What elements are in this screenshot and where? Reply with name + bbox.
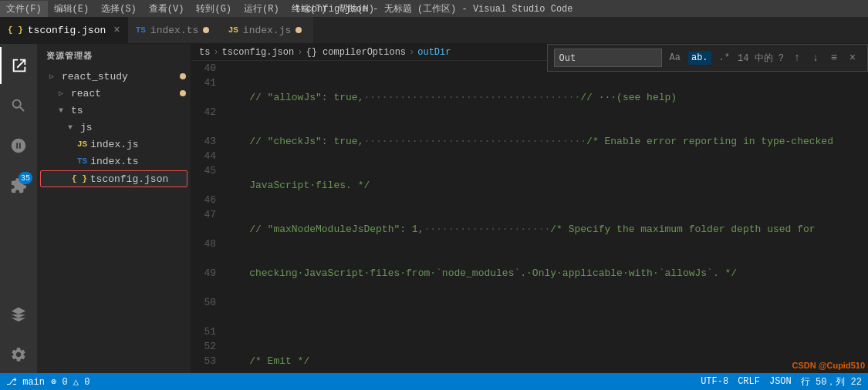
line-numbers: 40 41 42 43 44 45 46 47 48 49 50 51 — [191, 61, 222, 373]
status-git[interactable]: ⎇ main — [6, 376, 45, 388]
status-bar: ⎇ main ⊗ 0 △ 0 UTF-8 CRLF JSON 行 50，列 22 — [0, 373, 868, 390]
menu-bar[interactable]: 文件(F) 编辑(E) 选择(S) 查看(V) 转到(G) 运行(R) 终端(T… — [0, 1, 380, 17]
sidebar-item-react[interactable]: ▷ react — [37, 85, 191, 102]
tab-indexjs[interactable]: JS index.js — [221, 16, 313, 43]
menu-run[interactable]: 运行(R) — [238, 1, 285, 17]
menu-goto[interactable]: 转到(G) — [190, 1, 238, 17]
tab-indexjs-modified — [296, 27, 302, 33]
search-next-button[interactable]: ↓ — [807, 49, 824, 66]
sidebar-item-indexts[interactable]: TS index.ts — [37, 153, 191, 170]
main-content: 35 资源管理器 ▷ react_study ▷ react ▼ ts ▼ js — [0, 44, 868, 373]
js-file-icon: JS — [77, 140, 87, 149]
json-file-icon: { } — [72, 174, 87, 183]
menu-help[interactable]: 帮助(H) — [333, 1, 380, 17]
chevron-icon: ▷ — [59, 89, 68, 98]
search-count: 14 中的 ? — [738, 52, 784, 65]
line-43 — [225, 310, 857, 324]
extensions-badge: 35 — [19, 172, 32, 184]
menu-select[interactable]: 选择(S) — [95, 1, 143, 17]
modified-dot — [180, 90, 186, 96]
breadcrumb-part3: {} compilerOptions — [306, 47, 406, 58]
tab-tsconfig-close[interactable]: × — [113, 24, 120, 36]
sidebar-item-react-study-label: react_study — [62, 71, 128, 82]
activity-remote[interactable] — [0, 296, 37, 333]
sidebar-item-tsconfig[interactable]: { } tsconfig.json — [40, 170, 187, 187]
ts-icon: TS — [136, 25, 146, 35]
line-42: // "maxNodeModuleJsDepth": 1,···········… — [225, 222, 857, 237]
tab-tsconfig[interactable]: { } tsconfig.json × — [0, 16, 128, 43]
sidebar-item-ts[interactable]: ▼ ts — [37, 102, 191, 119]
status-cursor: 行 50，列 22 — [801, 375, 862, 388]
tab-indexjs-label: index.js — [243, 25, 291, 36]
code-area[interactable]: 40 41 42 43 44 45 46 47 48 49 50 51 — [191, 61, 868, 373]
activity-explorer[interactable] — [0, 47, 37, 84]
code-content: // "allowJs": true,·····················… — [222, 61, 857, 373]
js-icon: JS — [228, 25, 238, 35]
menu-terminal[interactable]: 终端(T) — [285, 1, 333, 17]
status-errors[interactable]: ⊗ 0 △ 0 — [51, 376, 90, 388]
status-left: ⎇ main ⊗ 0 △ 0 — [6, 376, 90, 388]
chevron-down-icon: ▼ — [59, 106, 68, 115]
tab-indexts-label: index.ts — [150, 25, 198, 36]
search-input[interactable] — [554, 49, 662, 67]
search-option-ab[interactable]: ab. — [688, 51, 711, 65]
sidebar-item-js-folder[interactable]: ▼ js — [37, 119, 191, 136]
scrollbar[interactable] — [857, 61, 868, 373]
line-40: // "allowJs": true,·····················… — [225, 90, 857, 105]
tab-indexts[interactable]: TS index.ts — [128, 16, 221, 43]
activity-git[interactable] — [0, 127, 37, 164]
tab-bar: { } tsconfig.json × TS index.ts JS index… — [0, 17, 868, 44]
sidebar-item-indexjs[interactable]: JS index.js — [37, 136, 191, 153]
sidebar-item-ts-label: ts — [71, 105, 83, 116]
sidebar-item-tsconfig-label: tsconfig.json — [90, 173, 168, 185]
json-icon: { } — [8, 25, 23, 35]
title-bar: 文件(F) 编辑(E) 选择(S) 查看(V) 转到(G) 运行(R) 终端(T… — [0, 0, 868, 17]
chevron-down-icon: ▼ — [68, 123, 77, 132]
activity-bar: 35 — [0, 44, 37, 373]
menu-file[interactable]: 文件(F) — [0, 1, 48, 17]
status-eol[interactable]: CRLF — [738, 376, 760, 387]
menu-view[interactable]: 查看(V) — [143, 1, 191, 17]
search-option-regex[interactable]: .* — [716, 51, 733, 65]
chevron-icon: ▷ — [49, 72, 59, 81]
line-41b: JavaScript·files. */ — [225, 178, 857, 193]
line-42b: checking·JavaScript·files·from·`node_mod… — [225, 266, 857, 281]
sidebar-item-indexts-label: index.ts — [90, 156, 138, 167]
sidebar-item-react-study[interactable]: ▷ react_study — [37, 68, 191, 85]
modified-dot — [180, 73, 186, 79]
status-language[interactable]: JSON — [769, 376, 792, 387]
search-prev-button[interactable]: ↑ — [789, 49, 806, 66]
search-navigation: ↑ ↓ ≡ × — [789, 49, 861, 66]
line-44: /* Emit */ — [225, 354, 857, 368]
ts-file-icon: TS — [77, 156, 87, 166]
sidebar-header: 资源管理器 — [37, 44, 191, 68]
breadcrumb-current: outDir — [417, 47, 451, 58]
search-box: Aa ab. .* 14 中的 ? ↑ ↓ ≡ × — [547, 44, 868, 72]
editor-area: ts › tsconfig.json › {} compilerOptions … — [191, 44, 868, 373]
tab-indexts-modified — [203, 27, 209, 33]
activity-search[interactable] — [0, 87, 37, 124]
sidebar: 资源管理器 ▷ react_study ▷ react ▼ ts ▼ js JS… — [37, 44, 191, 373]
sidebar-item-js-folder-label: js — [80, 122, 93, 133]
activity-settings[interactable] — [0, 336, 37, 373]
search-close-button[interactable]: × — [844, 49, 861, 66]
line-41: // "checkJs": true,·····················… — [225, 134, 857, 149]
breadcrumb-part2: tsconfig.json — [222, 47, 295, 58]
status-encoding[interactable]: UTF-8 — [701, 376, 728, 387]
sidebar-item-react-label: react — [71, 88, 101, 99]
breadcrumb-part1: ts — [199, 47, 210, 58]
menu-edit[interactable]: 编辑(E) — [48, 1, 96, 17]
sidebar-item-indexjs-label: index.js — [90, 139, 138, 150]
activity-extensions[interactable]: 35 — [0, 167, 37, 204]
search-list-button[interactable]: ≡ — [826, 49, 843, 66]
tab-tsconfig-label: tsconfig.json — [28, 25, 106, 36]
search-option-aa[interactable]: Aa — [667, 51, 684, 65]
